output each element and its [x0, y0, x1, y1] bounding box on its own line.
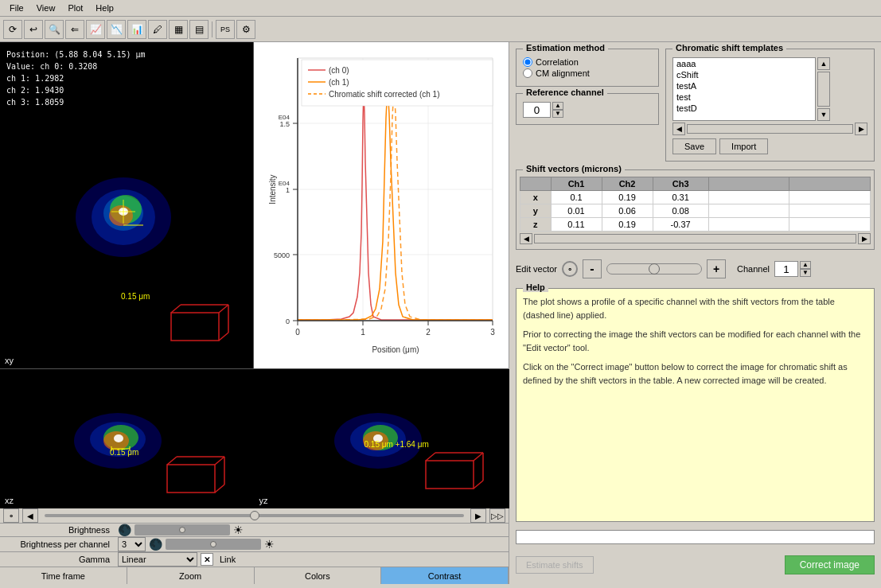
row-z-ch2: 0.19	[602, 218, 653, 232]
col-header-blank	[520, 177, 552, 191]
menu-view[interactable]: View	[30, 2, 62, 14]
radio-cm-alignment[interactable]	[523, 68, 532, 78]
toolbar-btn-1[interactable]: ⟳	[3, 20, 22, 39]
svg-point-61	[114, 434, 123, 442]
brightness-per-channel-slider[interactable]	[166, 539, 261, 550]
svg-text:(ch 1): (ch 1)	[329, 78, 349, 87]
xy-measurement: 0.15 μm	[121, 292, 150, 301]
left-panel: Position: (5.88 8.04 5.15) μm Value: ch …	[0, 42, 509, 584]
tab-colors[interactable]: Colors	[255, 567, 382, 584]
templates-hscroll-left[interactable]: ◀	[672, 123, 685, 135]
toolbar: ⟳ ↩ 🔍 ⇐ 📈 📉 📊 🖊 ▦ ▤ PS ⚙	[0, 17, 881, 42]
toolbar-btn-6[interactable]: 📉	[107, 20, 126, 39]
svg-text:1: 1	[361, 328, 365, 337]
edit-vector-slider[interactable]	[606, 263, 702, 275]
templates-hscroll-right[interactable]: ▶	[855, 123, 867, 135]
col-header-ch3: Ch3	[653, 177, 708, 191]
toolbar-btn-4[interactable]: ⇐	[65, 20, 84, 39]
tab-contrast[interactable]: Contrast	[381, 567, 509, 584]
gamma-x-button[interactable]: ✕	[201, 553, 213, 566]
template-cshift[interactable]: cShift	[673, 69, 815, 80]
brightness-slider[interactable]	[134, 524, 230, 535]
play-btn-end[interactable]: ▷▷	[489, 508, 505, 523]
toolbar-btn-10[interactable]: ▤	[189, 20, 209, 39]
col-header-ch2: Ch2	[602, 177, 653, 191]
templates-scroll-up[interactable]: ▲	[817, 57, 830, 70]
gamma-label: Gamma	[3, 555, 115, 564]
correct-image-btn[interactable]: Correct image	[785, 555, 875, 574]
channel-value-input[interactable]: 1	[774, 261, 798, 277]
template-testa[interactable]: testA	[673, 80, 815, 92]
save-template-btn[interactable]: Save	[672, 138, 716, 154]
row-z-label: z	[520, 218, 552, 232]
edit-vector-plus[interactable]: +	[707, 259, 726, 278]
estimate-shifts-btn[interactable]: Estimate shifts	[516, 556, 594, 574]
brightness-bar: Brightness 🌑 ☀	[0, 523, 509, 536]
reference-channel-input[interactable]: 0	[523, 102, 551, 118]
help-title: Help	[523, 282, 548, 292]
menubar: File View Plot Help	[0, 0, 881, 17]
table-hscroll-left[interactable]: ◀	[520, 233, 532, 244]
help-text-container: The plot shows a profile of a specific c…	[523, 295, 867, 387]
template-test[interactable]: test	[673, 92, 815, 103]
row-z-empty2	[789, 218, 871, 232]
reference-channel-box: Reference channel 0 ▲ ▼	[516, 93, 659, 125]
svg-text:0: 0	[286, 317, 290, 325]
templates-list[interactable]: aaaa cShift testA test testD	[672, 57, 816, 121]
image-xy[interactable]: Position: (5.88 8.04 5.15) μm Value: ch …	[0, 42, 254, 368]
template-testd[interactable]: testD	[673, 103, 815, 114]
row-y-empty1	[708, 204, 789, 218]
xy-label: xy	[5, 356, 14, 365]
help-box: Help The plot shows a profile of a speci…	[516, 288, 875, 522]
right-panel: Estimation method Correlation CM alignme…	[509, 42, 881, 584]
toolbar-btn-9[interactable]: ▦	[169, 20, 188, 39]
toolbar-btn-settings[interactable]: ⚙	[236, 20, 255, 39]
image-yz[interactable]: 0.15 μm +1.64 μm yz	[255, 369, 509, 508]
tab-zoom[interactable]: Zoom	[127, 567, 255, 584]
svg-text:1: 1	[286, 186, 290, 194]
play-btn-prev[interactable]: ◀	[22, 508, 38, 523]
brightness-channel-select[interactable]: 3124	[118, 537, 146, 551]
edit-vector-minus[interactable]: -	[583, 259, 602, 278]
shift-vectors-title: Shift vectors (microns)	[523, 164, 625, 173]
image-xz[interactable]: 0.15 μm xz	[0, 369, 255, 508]
table-hscroll-track	[534, 234, 856, 243]
ref-ch-down[interactable]: ▼	[552, 110, 563, 118]
ref-ch-up[interactable]: ▲	[552, 102, 563, 110]
toolbar-btn-3[interactable]: 🔍	[45, 20, 64, 39]
radio-correlation[interactable]	[523, 57, 532, 67]
shift-vectors-table: Ch1 Ch2 Ch3 x 0.1 0.19 0.31	[520, 177, 871, 232]
col-header-empty2	[789, 177, 871, 191]
toolbar-btn-2[interactable]: ↩	[24, 20, 43, 39]
play-btn-start[interactable]: ⚬	[3, 508, 19, 523]
playback-slider[interactable]	[45, 514, 464, 517]
toolbar-btn-7[interactable]: 📊	[127, 20, 146, 39]
toolbar-btn-8[interactable]: 🖊	[148, 20, 167, 39]
table-row-z: z 0.11 0.19 -0.37	[520, 218, 871, 232]
templates-title: Chromatic shift templates	[672, 43, 786, 53]
col-header-empty1	[708, 177, 789, 191]
tab-time-frame[interactable]: Time frame	[0, 567, 127, 584]
template-aaaa[interactable]: aaaa	[673, 58, 815, 69]
menu-help[interactable]: Help	[89, 2, 120, 14]
import-template-btn[interactable]: Import	[719, 138, 768, 154]
estimation-title: Estimation method	[523, 43, 608, 53]
channel-label: Channel	[737, 264, 770, 274]
menu-plot[interactable]: Plot	[61, 2, 89, 14]
toolbar-sep-1	[212, 21, 212, 37]
xz-label: xz	[5, 496, 14, 505]
channel-up[interactable]: ▲	[800, 261, 811, 269]
row-z-empty1	[708, 218, 789, 232]
toolbar-btn-ps[interactable]: PS	[216, 20, 235, 39]
toolbar-btn-5[interactable]: 📈	[86, 20, 105, 39]
channel-down[interactable]: ▼	[800, 269, 811, 277]
yz-svg	[255, 369, 509, 508]
templates-scroll-track	[817, 72, 830, 107]
gamma-select[interactable]: LinearLogGamma	[118, 552, 197, 567]
edit-vector-circle[interactable]: ⚬	[562, 261, 578, 277]
table-hscroll-right[interactable]: ▶	[858, 233, 871, 244]
menu-file[interactable]: File	[3, 2, 30, 14]
svg-text:(ch 0): (ch 0)	[329, 66, 349, 75]
play-btn-next[interactable]: ▶	[470, 508, 486, 523]
templates-scroll-down[interactable]: ▼	[817, 108, 830, 121]
